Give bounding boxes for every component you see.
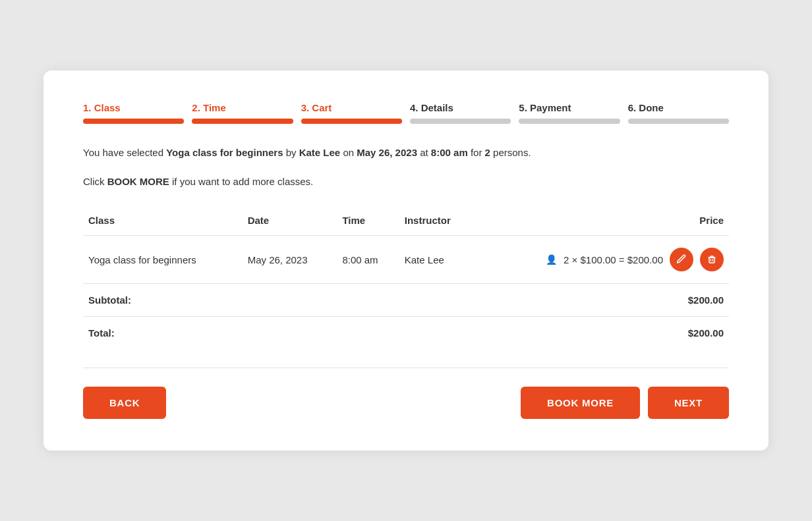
col-time: Time bbox=[337, 208, 399, 236]
back-button[interactable]: BACK bbox=[83, 387, 166, 419]
price-formula: 2 × $100.00 = $200.00 bbox=[564, 254, 663, 265]
col-date: Date bbox=[243, 208, 337, 236]
trash-icon bbox=[707, 254, 717, 265]
book-more-button[interactable]: BOOK MORE bbox=[521, 387, 640, 419]
step-2-label: 2. Time bbox=[192, 102, 293, 113]
step-5-bar bbox=[519, 119, 620, 124]
selection-prefix: You have selected bbox=[83, 147, 166, 158]
selection-by: by bbox=[283, 147, 299, 158]
step-4-label: 4. Details bbox=[410, 102, 511, 113]
step-3: 3. Cart bbox=[301, 102, 410, 124]
col-instructor: Instructor bbox=[399, 208, 476, 236]
edit-button[interactable] bbox=[670, 248, 693, 271]
footer-divider bbox=[83, 368, 729, 368]
step-2: 2. Time bbox=[192, 102, 301, 124]
step-4: 4. Details bbox=[410, 102, 519, 124]
stepper: 1. Class 2. Time 3. Cart 4. Details 5. P… bbox=[83, 102, 729, 124]
row-date: May 26, 2023 bbox=[243, 236, 337, 284]
selection-for: for bbox=[468, 147, 485, 158]
hint-suffix: if you want to add more classes. bbox=[169, 176, 313, 187]
col-class: Class bbox=[83, 208, 243, 236]
table-row: Yoga class for beginners May 26, 2023 8:… bbox=[83, 236, 729, 284]
svg-rect-0 bbox=[709, 258, 714, 263]
right-actions: BOOK MORE NEXT bbox=[521, 387, 729, 419]
subtotal-row: Subtotal: $200.00 bbox=[83, 284, 729, 317]
subtotal-amount: $200.00 bbox=[475, 284, 729, 317]
instructor-name: Kate Lee bbox=[299, 147, 341, 158]
step-1-bar bbox=[83, 119, 184, 124]
step-3-bar bbox=[301, 119, 402, 124]
hint-action: BOOK MORE bbox=[107, 176, 169, 187]
step-4-bar bbox=[410, 119, 511, 124]
step-3-label: 3. Cart bbox=[301, 102, 402, 113]
hint-prefix: Click bbox=[83, 176, 107, 187]
delete-button[interactable] bbox=[700, 248, 724, 271]
total-label: Total: bbox=[83, 317, 243, 350]
class-time: 8:00 am bbox=[431, 147, 468, 158]
total-amount: $200.00 bbox=[475, 317, 729, 350]
row-instructor: Kate Lee bbox=[399, 236, 476, 284]
class-name: Yoga class for beginners bbox=[166, 147, 283, 158]
selection-on: on bbox=[340, 147, 357, 158]
pencil-icon bbox=[676, 254, 687, 265]
persons-count: 2 bbox=[485, 147, 490, 158]
row-price-cell: 👤 2 × $100.00 = $200.00 bbox=[475, 236, 729, 284]
step-6-bar bbox=[628, 119, 729, 124]
class-date: May 26, 2023 bbox=[357, 147, 417, 158]
total-row: Total: $200.00 bbox=[83, 317, 729, 350]
step-6-label: 6. Done bbox=[628, 102, 729, 113]
person-icon: 👤 bbox=[546, 254, 557, 265]
step-1: 1. Class bbox=[83, 102, 192, 124]
step-1-label: 1. Class bbox=[83, 102, 184, 113]
left-actions: BACK bbox=[83, 387, 166, 419]
next-button[interactable]: NEXT bbox=[648, 387, 729, 419]
step-5-label: 5. Payment bbox=[519, 102, 620, 113]
booking-card: 1. Class 2. Time 3. Cart 4. Details 5. P… bbox=[44, 70, 768, 451]
table-header-row: Class Date Time Instructor Price bbox=[83, 208, 729, 236]
bookings-table: Class Date Time Instructor Price Yoga cl… bbox=[83, 208, 729, 349]
row-class: Yoga class for beginners bbox=[83, 236, 243, 284]
footer-actions: BACK BOOK MORE NEXT bbox=[83, 387, 729, 419]
row-time: 8:00 am bbox=[337, 236, 399, 284]
selection-description: You have selected Yoga class for beginne… bbox=[83, 145, 729, 161]
selection-at: at bbox=[417, 147, 431, 158]
subtotal-label: Subtotal: bbox=[83, 284, 243, 317]
selection-suffix: persons. bbox=[490, 147, 531, 158]
col-price: Price bbox=[475, 208, 729, 236]
step-2-bar bbox=[192, 119, 293, 124]
step-6: 6. Done bbox=[628, 102, 729, 124]
book-more-hint: Click BOOK MORE if you want to add more … bbox=[83, 174, 729, 190]
step-5: 5. Payment bbox=[519, 102, 627, 124]
